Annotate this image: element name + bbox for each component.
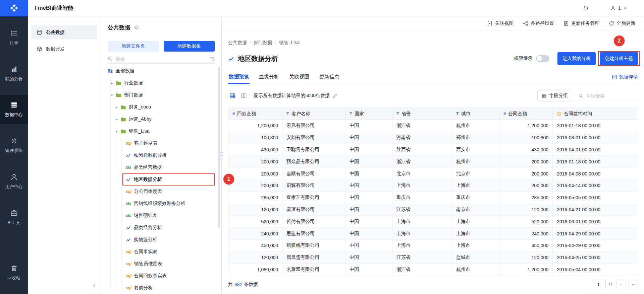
permission-toggle[interactable] xyxy=(536,55,549,62)
tree-item[interactable]: ▾销售_Lisa xyxy=(101,125,221,137)
table-row: 450,000凯骐帆有限公司中国上海市上海市450,0002016-04-29 … xyxy=(228,240,638,252)
expand-arrow-icon[interactable]: ▸ xyxy=(116,117,120,122)
new-folder-button[interactable]: 新建文件夹 xyxy=(108,41,159,52)
gear-icon[interactable] xyxy=(134,25,139,30)
collapse-arrow-icon[interactable]: ▾ xyxy=(116,129,120,134)
column-header-3[interactable]: T国家 xyxy=(345,108,392,120)
tree-item[interactable]: 购物篮分析 xyxy=(101,234,221,246)
field-search xyxy=(578,90,638,101)
tree-item[interactable]: 帕累托数据分析 xyxy=(101,149,221,161)
field-search-input[interactable] xyxy=(586,93,638,98)
tree-item[interactable]: ▸财务_eoco xyxy=(101,101,221,113)
tree-item[interactable]: xls品类经营数据 xyxy=(101,161,221,173)
tree-item[interactable]: ▸行业数据 xyxy=(101,77,221,89)
tree-item-label: 运营_Abby xyxy=(129,116,152,122)
column-header-5[interactable]: T城市 xyxy=(452,108,499,120)
column-header-1[interactable]: #回款金额 xyxy=(228,108,282,120)
breadcrumb-item[interactable]: 公共数据 xyxy=(228,40,247,46)
breadcrumb-item[interactable]: 销售_Lisa xyxy=(279,40,300,46)
data-tree-panel: 公共数据 新建文件夹 新建数据集 全部数据▸行业数据▾部门数据▸财务_eoco▸… xyxy=(101,16,222,294)
sidebar-item-bi-tools[interactable]: BI工具 xyxy=(0,203,28,232)
table-cell: 中国 xyxy=(345,192,392,204)
tree-item[interactable]: sql销售员维度表 xyxy=(101,258,221,270)
sidebar-item-user-center[interactable]: 用户中心 xyxy=(0,167,28,196)
tree-search-input[interactable] xyxy=(115,56,207,62)
notification-bell-icon[interactable] xyxy=(583,5,589,11)
tree-item[interactable]: sql客户维度表 xyxy=(101,137,221,149)
sidebar-item-label: 数据中心 xyxy=(5,112,23,118)
data-dev-icon xyxy=(37,46,42,52)
new-dataset-button[interactable]: 新建数据集 xyxy=(164,41,215,52)
module-item-public-data[interactable]: 公共数据 xyxy=(31,25,97,39)
next-page-button[interactable] xyxy=(629,280,638,289)
tree-item[interactable]: xls销售明细表 xyxy=(101,210,221,222)
expand-arrow-icon[interactable]: ▸ xyxy=(116,105,120,109)
column-header-7[interactable]: 合同签约时间 xyxy=(553,108,638,120)
table-cell: 100,800 xyxy=(499,132,553,144)
column-header-6[interactable]: #合同金额 xyxy=(499,108,553,120)
tree-item[interactable]: 全部数据 xyxy=(101,65,221,77)
tab-lineage-analysis[interactable]: 血缘分析 xyxy=(258,70,280,84)
tab-relation-view[interactable]: 关联视图 xyxy=(288,70,310,84)
table-cell: 中国 xyxy=(345,156,392,168)
breadcrumb-separator: / xyxy=(275,40,276,46)
page-number-input[interactable] xyxy=(591,280,606,289)
tree-item-label: 销售明细表 xyxy=(134,213,157,219)
table-view-icon[interactable] xyxy=(228,91,237,100)
tree-item[interactable]: sql合同事实表 xyxy=(101,246,221,258)
create-analysis-theme-button[interactable]: 创建分析主题 xyxy=(600,52,638,65)
tree-item[interactable]: xls营销线组织绩效财务分析 xyxy=(101,198,221,210)
chart-icon xyxy=(126,237,131,242)
module-item-data-dev[interactable]: 数据开发 xyxy=(31,42,97,56)
update-task-icon xyxy=(564,21,569,26)
folder-icon xyxy=(120,117,126,122)
table-cell: 杭州市 xyxy=(452,156,499,168)
table-cell: 2016-06-01 00:00:00 xyxy=(553,216,638,228)
tree-item[interactable]: 品类经营分析 xyxy=(101,222,221,234)
folder-icon xyxy=(116,93,121,98)
all-data-icon xyxy=(108,68,113,74)
tree-item[interactable]: ▸运营_Abby xyxy=(101,113,221,125)
toolbar-link-relation-view[interactable]: 关联视图 xyxy=(487,20,514,26)
sidebar-item-recycle-bin[interactable]: 回收站 xyxy=(0,258,28,287)
main-area: 关联视图多路径设置更新任务管理全局更新 公共数据/部门数据/销售_Lisa 地区… xyxy=(222,16,644,294)
enter-my-analysis-button[interactable]: 进入我的分析 xyxy=(557,52,596,65)
sql-icon: sql xyxy=(126,249,131,254)
column-header-2[interactable]: T客户名称 xyxy=(282,108,345,120)
tree-item[interactable]: sql复购分析 xyxy=(101,282,221,294)
user-menu[interactable]: 1 xyxy=(610,5,627,11)
column-header-4[interactable]: T省份 xyxy=(392,108,452,120)
chevron-down-icon xyxy=(631,283,635,287)
sidebar-item-management-system[interactable]: 管理系统 xyxy=(0,131,28,160)
tree-item[interactable]: sql分公司维度表 xyxy=(101,186,221,198)
tree-item[interactable]: sql合同回款事实表 xyxy=(101,270,221,282)
tree-item[interactable]: ▾部门数据 xyxy=(101,89,221,101)
table-cell: 200,000 xyxy=(499,180,553,192)
finebi-app-window: FineBI商业智能 1 目录我的分析数据中心管理系统用户中心BI工具回收站 公… xyxy=(0,0,644,294)
sidebar-item-label: 管理系统 xyxy=(5,148,23,154)
page-title-row: 地区数据分析 权限继承 进入我的分析 创建分析主题 2 xyxy=(228,52,638,65)
expand-arrow-icon[interactable]: ▸ xyxy=(111,81,116,85)
panel-resize-handle[interactable] xyxy=(220,151,223,162)
toolbar-link-global-update[interactable]: 全局更新 xyxy=(609,20,635,26)
card-view-icon[interactable] xyxy=(239,91,248,100)
toolbar-link-update-task-management[interactable]: 更新任务管理 xyxy=(564,20,599,26)
tree-item-selected[interactable]: 地区数据分析 xyxy=(101,173,221,186)
toolbar-link-multi-path-settings[interactable]: 多路径设置 xyxy=(523,20,554,26)
finebi-logo[interactable] xyxy=(0,0,28,16)
prev-page-button[interactable] xyxy=(616,280,626,289)
sidebar-item-my-analysis[interactable]: 我的分析 xyxy=(0,59,28,88)
breadcrumb-item[interactable]: 部门数据 xyxy=(254,40,272,46)
sidebar-item-catalog[interactable]: 目录 xyxy=(0,23,28,52)
field-group-button[interactable]: 字段分组 xyxy=(537,90,572,101)
collapse-panel-icon[interactable] xyxy=(92,283,97,288)
tab-update-info[interactable]: 更新信息 xyxy=(319,70,340,84)
edit-icon[interactable] xyxy=(332,93,337,98)
sidebar-item-data-center[interactable]: 数据中心 xyxy=(0,95,28,124)
tab-data-preview[interactable]: 数据预览 xyxy=(228,70,250,84)
filter-icon[interactable] xyxy=(210,56,215,61)
my-analysis-icon xyxy=(10,66,18,73)
data-detail-link[interactable]: 数据详情 xyxy=(612,70,638,84)
tree-scrollbar[interactable] xyxy=(218,67,220,228)
collapse-arrow-icon[interactable]: ▾ xyxy=(111,93,116,97)
